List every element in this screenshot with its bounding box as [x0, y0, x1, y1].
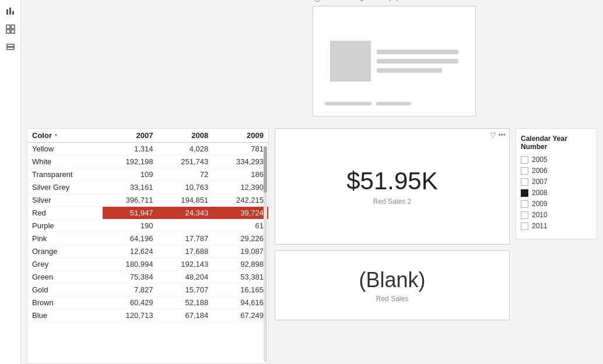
- legend-item[interactable]: 2005: [521, 156, 592, 164]
- legend-item[interactable]: 2006: [521, 167, 592, 175]
- svg-rect-6: [11, 30, 15, 33]
- legend-checkbox[interactable]: [521, 222, 528, 230]
- cell-2008: 4,028: [157, 143, 213, 156]
- placeholder-line-1: [377, 50, 458, 54]
- cell-2007: 64,196: [103, 232, 158, 245]
- cell-color: Yellow: [27, 143, 103, 156]
- cell-2008: [157, 220, 213, 232]
- kpi-value: $51.95K: [346, 167, 437, 195]
- color-header-label: Color: [32, 131, 52, 140]
- legend-item[interactable]: 2008: [521, 189, 592, 197]
- legend-checkbox[interactable]: [521, 167, 528, 175]
- table-row[interactable]: Purple19061: [27, 220, 268, 232]
- table-row[interactable]: Transparent10972186: [27, 168, 268, 181]
- info-icon: i: [313, 0, 321, 2]
- more-icon[interactable]: •••: [498, 131, 506, 139]
- kpi-label: Red Sales 2: [373, 197, 411, 206]
- grid-icon[interactable]: [5, 23, 16, 35]
- kpi-section: ▽ ••• $51.95K Red Sales 2 (Blank) Red Sa…: [275, 128, 510, 364]
- placeholder-bottom-line-1: [325, 102, 371, 105]
- cell-color: Blue: [27, 309, 103, 322]
- cell-2008: 17,787: [157, 232, 213, 245]
- layers-icon[interactable]: [5, 42, 16, 54]
- legend-checkbox[interactable]: [521, 178, 528, 186]
- legend-item[interactable]: 2011: [521, 222, 592, 230]
- table-row[interactable]: Silver Grey33,16110,76312,390: [27, 181, 268, 194]
- table-row[interactable]: Blue120,71367,18467,249: [27, 309, 268, 322]
- cell-color: White: [27, 156, 103, 168]
- scroll-thumb: [264, 146, 267, 193]
- legend-checkbox[interactable]: [521, 156, 528, 164]
- table-row[interactable]: Brown60,42952,18894,616: [27, 296, 268, 309]
- col-header-color[interactable]: Color ▼: [27, 129, 103, 143]
- cell-2008: 10,763: [157, 181, 213, 194]
- legend-title: Calendar Year Number: [521, 135, 592, 151]
- placeholder-box: [330, 41, 371, 82]
- table-row[interactable]: Pink64,19617,78729,226: [27, 232, 268, 245]
- cell-2009: 67,249: [213, 309, 268, 322]
- cell-color: Pink: [27, 232, 103, 245]
- legend-panel: Calendar Year Number 2005200620072008200…: [516, 128, 597, 239]
- cell-2009: 781: [213, 143, 268, 156]
- filter-icon[interactable]: ▽: [490, 131, 496, 139]
- placeholder-line-2: [377, 59, 458, 63]
- legend-checkbox[interactable]: [521, 211, 528, 219]
- sidebar: [0, 0, 21, 364]
- legend-item-label: 2011: [532, 222, 548, 230]
- cell-2009: 334,293: [213, 156, 268, 168]
- legend-item[interactable]: 2010: [521, 211, 592, 219]
- cell-color: Orange: [27, 245, 103, 258]
- cell-color: Purple: [27, 220, 103, 232]
- legend-checkbox[interactable]: [521, 189, 528, 197]
- cell-2009: 16,165: [213, 284, 268, 296]
- col-header-2008[interactable]: 2008: [157, 129, 213, 143]
- main-content: i Select or drag fields to populate this…: [21, 0, 603, 364]
- data-table: Color ▼ 2007 2008 2009 Yellow1,3144,0287…: [27, 129, 268, 322]
- bar-chart-icon[interactable]: [5, 5, 16, 16]
- svg-rect-4: [11, 25, 15, 29]
- bottom-section: Color ▼ 2007 2008 2009 Yellow1,3144,0287…: [21, 128, 603, 364]
- blank-label: Red Sales: [376, 295, 408, 303]
- cell-2007: 109: [103, 168, 158, 181]
- top-area: i Select or drag fields to populate this…: [21, 0, 603, 128]
- placeholder-hint: i Select or drag fields to populate this…: [313, 0, 444, 2]
- table-row[interactable]: Silver396,711194,851242,215: [27, 194, 268, 207]
- cell-2008: 15,707: [157, 284, 213, 296]
- col-header-2007[interactable]: 2007: [103, 129, 158, 143]
- table-row[interactable]: Orange12,62417,68819,087: [27, 245, 268, 258]
- table-row[interactable]: Grey180,994192,14392,898: [27, 258, 268, 271]
- table-row[interactable]: Gold7,82715,70716,165: [27, 284, 268, 296]
- col-header-2009[interactable]: 2009: [213, 129, 268, 143]
- legend-item-label: 2007: [532, 178, 548, 186]
- cell-color: Brown: [27, 296, 103, 309]
- cell-color: Silver: [27, 194, 103, 207]
- placeholder-visual: i Select or drag fields to populate this…: [313, 6, 476, 116]
- table-row[interactable]: Yellow1,3144,028781: [27, 143, 268, 156]
- legend-checkbox[interactable]: [521, 200, 528, 208]
- cell-2008: 48,204: [157, 271, 213, 284]
- legend-item-label: 2008: [532, 189, 548, 197]
- cell-2007: 33,161: [103, 181, 158, 194]
- legend-item-label: 2005: [532, 156, 548, 164]
- table-row[interactable]: Red51,94724,34339,724: [27, 207, 268, 220]
- cell-2008: 67,184: [157, 309, 213, 322]
- cell-2007: 192,198: [103, 156, 158, 168]
- cell-color: Gold: [27, 284, 103, 296]
- cell-2008: 251,743: [157, 156, 213, 168]
- cell-color: Grey: [27, 258, 103, 271]
- cell-2007: 75,384: [103, 271, 158, 284]
- placeholder-line-3: [377, 68, 442, 73]
- placeholder-bottom-lines: [325, 102, 411, 105]
- cell-2009: 19,087: [213, 245, 268, 258]
- legend-item[interactable]: 2009: [521, 200, 592, 208]
- legend-item-label: 2009: [532, 200, 548, 208]
- legend-item-label: 2010: [532, 211, 548, 219]
- scroll-bar[interactable]: [264, 146, 267, 362]
- svg-rect-7: [7, 44, 14, 47]
- legend-item[interactable]: 2007: [521, 178, 592, 186]
- kpi-card: ▽ ••• $51.95K Red Sales 2: [275, 128, 510, 245]
- table-row[interactable]: White192,198251,743334,293: [27, 156, 268, 168]
- cell-2007: 12,624: [103, 245, 158, 258]
- cell-2009: 29,226: [213, 232, 268, 245]
- table-row[interactable]: Green75,38448,20453,381: [27, 271, 268, 284]
